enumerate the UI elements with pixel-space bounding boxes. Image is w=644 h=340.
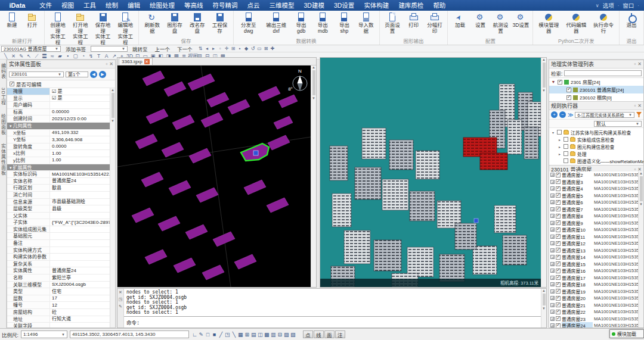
- property-row[interactable]: 复杂关系: [7, 261, 110, 268]
- entity-list-row[interactable]: 普通房屋9 MA1001NE103H1535...: [549, 220, 638, 227]
- entity-list-row[interactable]: 普通房屋8 MA1001NE103H1535...: [549, 213, 638, 220]
- property-value[interactable]: 市县级基础测绘: [50, 198, 110, 205]
- status-toggle-icon[interactable]: ▦: [237, 332, 244, 338]
- entity-checkbox[interactable]: [556, 179, 561, 184]
- add-rule-button[interactable]: +: [551, 111, 558, 118]
- ribbon-button[interactable]: 打开地理 实体工程: [69, 11, 92, 45]
- property-row[interactable]: 旋转角度 0.0000: [7, 144, 110, 151]
- building-footprint[interactable]: [244, 180, 266, 195]
- tool-icon[interactable]: ▰: [56, 52, 64, 60]
- search-input[interactable]: [564, 70, 642, 76]
- property-row[interactable]: 显示 ☑ 是: [7, 95, 110, 102]
- status-toggle-icon[interactable]: ▩: [264, 332, 270, 338]
- tool-icon[interactable]: ≂: [48, 52, 56, 60]
- ribbon-button[interactable]: 打印: [404, 11, 424, 29]
- rule-checkbox[interactable]: [564, 158, 568, 163]
- toolbar-icon[interactable]: ▫: [217, 46, 224, 51]
- entity-checkbox[interactable]: [556, 193, 561, 198]
- menu-item[interactable]: 3D设置: [329, 0, 359, 11]
- building-footprint[interactable]: [143, 71, 165, 86]
- toolbar-icon[interactable]: ▸: [210, 46, 217, 51]
- layer-checkbox[interactable]: [566, 88, 571, 92]
- expander-icon[interactable]: ▸: [558, 152, 562, 156]
- building-3d[interactable]: [507, 120, 522, 154]
- run-rules-button[interactable]: ≫: [568, 112, 573, 118]
- property-value[interactable]: 2023/12/23 0:00: [50, 116, 110, 123]
- scroll-thumb[interactable]: [543, 294, 546, 305]
- entity-list-row[interactable]: 普通房屋12 MA1001NE103H1535...: [549, 240, 638, 247]
- entity-list-row[interactable]: 普通房屋18 MA1001NE103H1535...: [549, 281, 638, 288]
- entity-checkbox[interactable]: [556, 316, 561, 321]
- property-value[interactable]: 普通房屋24: [50, 177, 110, 185]
- profile-select[interactable]: 默认▼: [594, 121, 642, 127]
- scrollbar[interactable]: ▲▼: [110, 88, 115, 327]
- entity-checkbox[interactable]: [556, 310, 561, 314]
- entity-name[interactable]: 普通房屋4: [562, 185, 593, 192]
- building-3d[interactable]: [389, 140, 413, 170]
- building-footprint[interactable]: [169, 180, 191, 195]
- scroll-down-icon[interactable]: ▼: [542, 307, 546, 310]
- prev-entity-button[interactable]: ◀: [90, 71, 97, 78]
- building-footprint[interactable]: [185, 224, 208, 239]
- rule-scheme-select[interactable]: 6-江苏图元实体关系质检▼: [575, 112, 634, 118]
- close-icon[interactable]: ✕: [109, 61, 113, 67]
- layer-tree-row[interactable]: ▼ 2301 房屋[24]: [549, 78, 643, 86]
- building-3d[interactable]: [480, 153, 507, 170]
- property-value[interactable]: 0.0000: [50, 143, 110, 150]
- building-footprint[interactable]: [174, 258, 196, 273]
- tool-icon[interactable]: ↯: [87, 52, 95, 60]
- entity-checkbox[interactable]: [556, 261, 561, 266]
- building-3d[interactable]: [494, 205, 516, 233]
- property-row[interactable]: 用户编码: [7, 102, 110, 109]
- ribbon-button[interactable]: 航测设置: [490, 11, 510, 34]
- layer-checkbox[interactable]: [558, 80, 562, 85]
- property-value[interactable]: 1.00: [50, 150, 110, 157]
- dock-tab[interactable]: 编码表: [0, 63, 7, 79]
- entity-checkbox[interactable]: [556, 296, 561, 301]
- property-value[interactable]: 紫阳兰亭: [50, 275, 110, 282]
- building-footprint[interactable]: [132, 208, 154, 223]
- building-3d[interactable]: [332, 194, 351, 227]
- entity-checkbox[interactable]: [556, 207, 561, 211]
- property-row[interactable]: 扩展属性: [7, 164, 110, 171]
- scrollbar[interactable]: ▲▼: [541, 58, 546, 287]
- property-row[interactable]: 关联三维模型 SXJZ0004.osgb: [7, 282, 110, 289]
- selection-marker[interactable]: [474, 219, 478, 223]
- property-value[interactable]: MA1001NE103H15351422...: [50, 171, 110, 178]
- building-footprint[interactable]: [201, 113, 223, 127]
- ribbon-button[interactable]: 刷新数据: [141, 11, 163, 34]
- property-value[interactable]: 0.00000: [50, 108, 110, 116]
- property-row[interactable]: 地址 行知大道: [7, 316, 110, 323]
- building-3d[interactable]: [416, 151, 439, 179]
- building-footprint[interactable]: [234, 254, 256, 269]
- building-footprint[interactable]: [267, 198, 289, 213]
- console-log[interactable]: nodes to select: 1get id: SXJZ0004.osgbn…: [124, 289, 541, 316]
- console-strip-icon[interactable]: ◳: [119, 297, 123, 302]
- ribbon-button[interactable]: 页面设置: [382, 11, 404, 34]
- entity-name[interactable]: 普通房屋21: [562, 302, 593, 308]
- pin-icon[interactable]: ▫: [634, 103, 636, 108]
- status-toggle-icon[interactable]: ◫: [257, 332, 264, 338]
- toolbar-icon[interactable]: ✛: [224, 46, 230, 51]
- property-value[interactable]: ☑ 是: [50, 88, 110, 95]
- entity-list-row[interactable]: 普通房屋17 MA1001NE103H1535...: [549, 275, 638, 282]
- geometry-button[interactable]: 线: [314, 330, 324, 338]
- scroll-thumb[interactable]: [543, 63, 546, 88]
- scrollbar[interactable]: ▲▼: [638, 171, 643, 327]
- building-3d[interactable]: [410, 191, 435, 221]
- entity-list-row[interactable]: 普通房屋22 MA1001NE103H1535...: [549, 308, 638, 316]
- console-strip-icon[interactable]: ✕: [119, 290, 122, 295]
- entity-checkbox[interactable]: [556, 302, 561, 307]
- rule-checkbox[interactable]: [564, 144, 568, 149]
- menu-item[interactable]: 三维模型: [265, 0, 299, 11]
- tool-icon[interactable]: ⟋: [33, 52, 41, 60]
- geometry-button[interactable]: 面: [324, 330, 335, 338]
- building-footprint[interactable]: [162, 142, 184, 157]
- toolbar-icon[interactable]: ▪: [237, 46, 243, 51]
- ribbon-button[interactable]: 导出gdb: [290, 11, 311, 34]
- entity-name[interactable]: 普通房屋7: [562, 206, 593, 213]
- property-row[interactable]: 几何属性: [7, 123, 110, 130]
- menu-item[interactable]: 实体构建: [359, 0, 394, 11]
- building-footprint[interactable]: [196, 188, 218, 202]
- toolbar-icon[interactable]: ⊞: [230, 46, 237, 51]
